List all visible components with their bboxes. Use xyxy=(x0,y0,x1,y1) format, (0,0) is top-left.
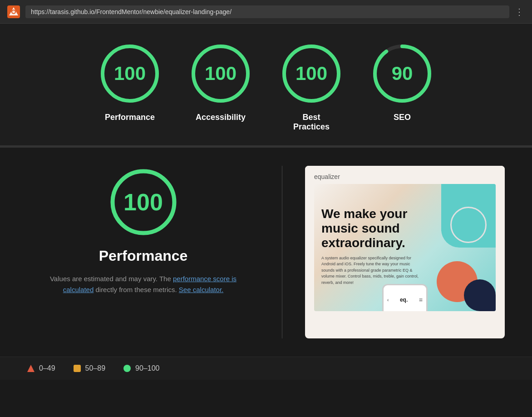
website-preview: equalizer We make your music sound extra… xyxy=(305,166,505,338)
phone-inner: ‹ eq. ≡ xyxy=(384,296,426,303)
score-item-best-practices: 100 BestPractices xyxy=(280,42,343,132)
url-bar[interactable]: https://tarasis.github.io/FrontendMentor… xyxy=(25,5,509,18)
shape-dark-circle xyxy=(464,279,496,311)
score-circle-accessibility: 100 xyxy=(189,42,252,105)
description-text-before: Values are estimated and may vary. The xyxy=(50,275,171,283)
legend-range-green: 90–100 xyxy=(135,364,159,372)
preview-hero: We make your music sound extraordinary. … xyxy=(314,184,496,311)
score-circle-seo: 90 xyxy=(370,42,434,105)
bottom-section: 100 Performance Values are estimated and… xyxy=(0,148,532,357)
score-label-accessibility: Accessibility xyxy=(196,113,246,122)
legend-item-orange: 50–89 xyxy=(74,364,106,372)
vertical-divider xyxy=(282,166,282,338)
detail-score-circle: 100 xyxy=(107,166,180,238)
detail-title: Performance xyxy=(99,248,188,264)
browser-menu-button[interactable]: ⋮ xyxy=(515,6,525,17)
legend-bar: 0–49 50–89 90–100 xyxy=(0,357,532,380)
score-value-best-practices: 100 xyxy=(296,63,327,84)
legend-dot-orange xyxy=(74,365,81,372)
phone-mockup: ‹ eq. ≡ xyxy=(382,284,428,311)
scores-row: 100 Performance 100 Accessibility xyxy=(9,42,523,132)
phone-menu-icon: ≡ xyxy=(419,296,423,303)
svg-point-3 xyxy=(12,10,15,13)
url-text: https://tarasis.github.io/FrontendMentor… xyxy=(31,8,232,15)
preview-panel: equalizer We make your music sound extra… xyxy=(305,166,505,338)
preview-body-text: A system audio equalizer specifically de… xyxy=(321,255,421,286)
legend-dot-red xyxy=(27,365,34,372)
score-label-performance: Performance xyxy=(105,113,155,122)
shape-circle-outline xyxy=(450,207,487,243)
score-circle-performance: 100 xyxy=(98,42,162,105)
preview-content: We make your music sound extraordinary. … xyxy=(305,184,505,320)
calculator-link[interactable]: See calculator. xyxy=(179,286,223,293)
preview-headline: We make your music sound extraordinary. xyxy=(321,207,421,251)
score-value-seo: 90 xyxy=(392,63,413,84)
legend-dot-green xyxy=(123,365,131,372)
legend-item-red: 0–49 xyxy=(27,364,55,372)
browser-bar: https://tarasis.github.io/FrontendMentor… xyxy=(0,0,532,24)
score-value-accessibility: 100 xyxy=(205,63,236,84)
detail-panel: 100 Performance Values are estimated and… xyxy=(27,166,259,338)
score-item-accessibility: 100 Accessibility xyxy=(189,42,252,122)
score-value-performance: 100 xyxy=(114,63,146,84)
legend-range-orange: 50–89 xyxy=(85,364,106,372)
legend-range-red: 0–49 xyxy=(39,364,55,372)
score-label-seo: SEO xyxy=(394,113,411,122)
preview-text-area: We make your music sound extraordinary. … xyxy=(321,207,421,286)
score-circle-best-practices: 100 xyxy=(280,42,343,105)
phone-brand: eq. xyxy=(400,297,408,303)
preview-brand: equalizer xyxy=(305,166,505,184)
browser-logo xyxy=(7,5,20,18)
phone-back: ‹ xyxy=(387,298,389,303)
score-item-seo: 90 SEO xyxy=(370,42,434,122)
top-scores-section: 100 Performance 100 Accessibility xyxy=(0,24,532,146)
detail-score-value: 100 xyxy=(123,189,163,216)
detail-description: Values are estimated and may vary. The p… xyxy=(34,273,252,295)
score-item-performance: 100 Performance xyxy=(98,42,162,122)
legend-item-green: 90–100 xyxy=(123,364,159,372)
score-label-best-practices: BestPractices xyxy=(293,113,330,132)
